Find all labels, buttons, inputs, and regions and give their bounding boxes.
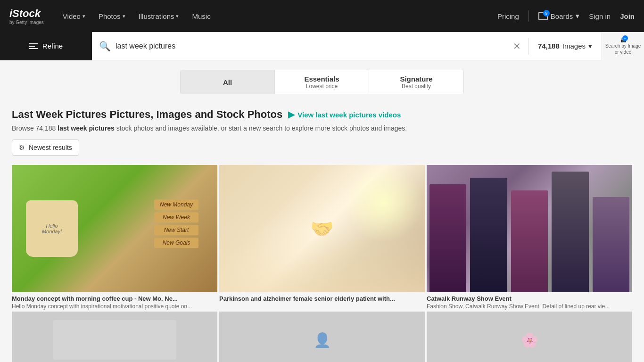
search-input[interactable] (116, 42, 508, 50)
nav-music-label: Music (192, 12, 210, 20)
camera-badge: + (622, 35, 628, 41)
image-card-3[interactable]: Catwalk Runway Show Event Fashion Show, … (427, 165, 632, 310)
main-content: Last Week Pictures Pictures, Images and … (0, 99, 644, 362)
page-title-wrapper: Last Week Pictures Pictures, Images and … (12, 108, 632, 121)
tabs-container: All Essentials Lowest price Signature Be… (180, 70, 464, 94)
video-link-text: View last week pictures videos (297, 111, 401, 119)
search-count: 74,188 (538, 42, 560, 50)
pricing-link[interactable]: Pricing (497, 12, 519, 20)
image-card-6[interactable]: 🌸 (427, 312, 632, 362)
block-4: New Goals (154, 238, 198, 248)
search-input-area: 🔍 ✕ (92, 41, 528, 52)
images-dropdown[interactable]: 74,188 Images ▾ (528, 42, 602, 50)
video-link-icon: ▶ (288, 109, 295, 120)
join-button[interactable]: Join (620, 12, 635, 20)
images-label: Images (562, 42, 586, 50)
description-prefix: Browse 74,188 (12, 124, 58, 132)
nav-photos[interactable]: Photos ▾ (94, 8, 130, 24)
image-card-4[interactable] (12, 312, 217, 362)
camera-icon-wrap: 📷 + (620, 37, 626, 42)
search-bar: Refine 🔍 ✕ 74,188 Images ▾ 📷 + Search by… (0, 32, 644, 60)
nav-video-label: Video (63, 12, 81, 20)
tabs-wrapper: All Essentials Lowest price Signature Be… (0, 60, 644, 99)
sort-label: Newest results (29, 144, 72, 151)
clear-search-button[interactable]: ✕ (513, 41, 521, 52)
tab-essentials[interactable]: Essentials Lowest price (275, 70, 369, 94)
tab-signature[interactable]: Signature Best quality (369, 70, 463, 94)
image-card-1[interactable]: HelloMonday! New Monday New Week New Sta… (12, 165, 217, 310)
images-chevron: ▾ (588, 42, 592, 50)
image-subcaption-1: Hello Monday concept with inspirational … (12, 303, 217, 310)
description: Browse 74,188 last week pictures stock p… (12, 124, 632, 132)
search-icon: 🔍 (99, 41, 111, 52)
nav-photos-label: Photos (99, 12, 121, 20)
boards-button[interactable]: 9 Boards ▾ (538, 12, 580, 20)
nav-illustrations-label: Illustrations (139, 12, 174, 20)
nav-video-chevron: ▾ (83, 13, 85, 19)
header-right: Pricing 9 Boards ▾ Sign in Join (497, 10, 635, 22)
tab-all[interactable]: All (181, 70, 275, 94)
description-keyword: last week pictures (58, 124, 115, 132)
refine-button[interactable]: Refine (0, 32, 92, 60)
boards-icon: 9 (538, 12, 548, 20)
image-5: 👤 (219, 312, 425, 362)
boards-badge: 9 (543, 10, 550, 16)
blocks-container: New Monday New Week New Start New Goals (154, 199, 198, 248)
sort-icon: ⚙ (19, 144, 25, 151)
image-subcaption-3: Fashion Show, Catwalk Runway Show Event.… (427, 303, 632, 310)
nav-video[interactable]: Video ▾ (58, 8, 90, 24)
header: iStock by Getty Images Video ▾ Photos ▾ … (0, 0, 644, 32)
image-6: 🌸 (427, 312, 632, 362)
tab-signature-sublabel: Best quality (402, 83, 431, 90)
refine-icon (29, 43, 38, 49)
image-4 (12, 312, 217, 362)
header-left: iStock by Getty Images Video ▾ Photos ▾ … (9, 8, 215, 25)
image-caption-2: Parkinson and alzheimer female senior el… (219, 292, 425, 303)
block-3: New Start (154, 225, 198, 235)
search-by-image-button[interactable]: 📷 + Search by Image or video (602, 32, 644, 60)
refine-label: Refine (42, 42, 63, 50)
tab-all-label: All (223, 78, 232, 86)
image-caption-3: Catwalk Runway Show Event (427, 292, 632, 303)
tab-signature-label: Signature (400, 75, 432, 83)
image-1: HelloMonday! New Monday New Week New Sta… (12, 165, 217, 292)
logo-istock-text: iStock (9, 8, 44, 20)
video-link[interactable]: ▶ View last week pictures videos (288, 109, 401, 120)
block-2: New Week (154, 212, 198, 222)
nav-music[interactable]: Music (187, 8, 215, 24)
nav-illustrations-chevron: ▾ (176, 13, 179, 19)
sort-button[interactable]: ⚙ Newest results (12, 140, 79, 156)
page-title: Last Week Pictures Pictures, Images and … (12, 108, 282, 121)
header-divider (528, 10, 529, 22)
tab-essentials-sublabel: Lowest price (306, 83, 338, 90)
logo: iStock by Getty Images (9, 8, 44, 25)
nav-illustrations[interactable]: Illustrations ▾ (134, 8, 184, 24)
image-3 (427, 165, 632, 292)
search-by-image-label: Search by Image (605, 43, 641, 49)
boards-chevron: ▾ (576, 12, 579, 20)
image-card-5[interactable]: 👤 (219, 312, 425, 362)
main-nav: Video ▾ Photos ▾ Illustrations ▾ Music (58, 8, 215, 24)
image-grid: HelloMonday! New Monday New Week New Sta… (12, 165, 632, 310)
boards-label: Boards (551, 12, 573, 20)
nav-photos-chevron: ▾ (123, 13, 125, 19)
coffee-mug: HelloMonday! (26, 200, 78, 257)
image-2: 🤝 (219, 165, 425, 292)
description-suffix: stock photos and images available, or st… (115, 124, 407, 132)
logo-getty-text: by Getty Images (9, 20, 44, 25)
image-card-2[interactable]: 🤝 Parkinson and alzheimer female senior … (219, 165, 425, 310)
search-by-image-sublabel: or video (615, 49, 632, 55)
tab-essentials-label: Essentials (304, 75, 339, 83)
image-caption-1: Monday concept with morning coffee cup -… (12, 292, 217, 303)
sign-in-button[interactable]: Sign in (589, 12, 611, 20)
block-1: New Monday (154, 199, 198, 210)
image-row-2: 👤 🌸 (12, 312, 632, 362)
